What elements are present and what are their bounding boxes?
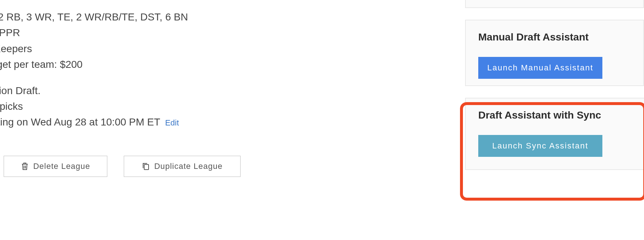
launch-manual-assistant-label: Launch Manual Assistant xyxy=(487,63,594,73)
draft-type-setting: uction Draft. xyxy=(0,83,292,98)
trash-icon xyxy=(21,162,29,171)
launch-manual-assistant-button[interactable]: Launch Manual Assistant xyxy=(478,57,602,79)
league-settings-panel: B, 2 RB, 3 WR, TE, 2 WR/RB/TE, DST, 6 BN… xyxy=(0,9,292,177)
duplicate-league-label: Duplicate League xyxy=(154,162,222,171)
copy-icon xyxy=(142,162,150,171)
delete-league-label: Delete League xyxy=(33,162,90,171)
scoring-setting: alf PPR xyxy=(0,25,292,40)
league-actions-row: hoo Delete League Duplicate League xyxy=(0,156,292,177)
keepers-setting: o Keepers xyxy=(0,41,292,57)
sync-assistant-title: Draft Assistant with Sync xyxy=(478,109,632,121)
picks-setting: 92 picks xyxy=(0,98,292,114)
sidebar: Start a Mock Draft Manual Draft Assistan… xyxy=(465,0,644,182)
draft-time-text: rafting on Wed Aug 28 at 10:00 PM ET xyxy=(0,116,160,128)
draft-time-setting: rafting on Wed Aug 28 at 10:00 PM ET Edi… xyxy=(0,114,292,130)
duplicate-league-button[interactable]: Duplicate League xyxy=(124,156,241,177)
svg-rect-0 xyxy=(144,164,149,170)
launch-sync-assistant-label: Launch Sync Assistant xyxy=(492,141,588,151)
manual-assistant-title: Manual Draft Assistant xyxy=(478,31,631,43)
launch-sync-assistant-button[interactable]: Launch Sync Assistant xyxy=(478,135,602,157)
edit-draft-time-link[interactable]: Edit xyxy=(165,118,179,127)
delete-league-button[interactable]: Delete League xyxy=(4,156,107,177)
manual-assistant-card: Manual Draft Assistant Launch Manual Ass… xyxy=(465,20,644,86)
mock-draft-card: Start a Mock Draft xyxy=(465,0,644,8)
sync-assistant-card: Draft Assistant with Sync Launch Sync As… xyxy=(465,98,644,170)
budget-setting: udget per team: $200 xyxy=(0,57,292,72)
spacer xyxy=(0,73,292,83)
league-info-list: B, 2 RB, 3 WR, TE, 2 WR/RB/TE, DST, 6 BN… xyxy=(0,9,292,130)
roster-setting: B, 2 RB, 3 WR, TE, 2 WR/RB/TE, DST, 6 BN xyxy=(0,9,292,25)
